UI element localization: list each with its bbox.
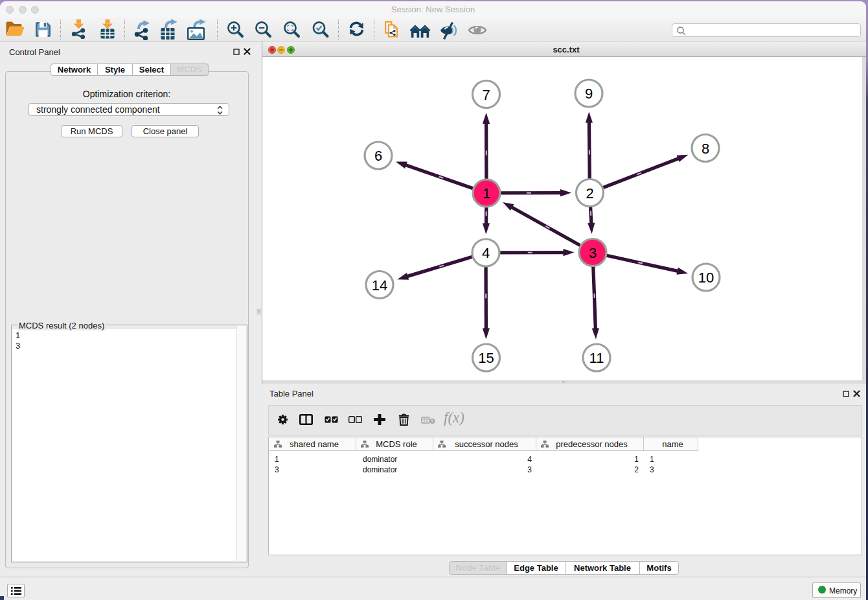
svg-text:15: 15: [478, 350, 494, 366]
svg-text:6: 6: [374, 148, 382, 164]
svg-text:4: 4: [482, 245, 490, 261]
svg-text:3: 3: [589, 245, 597, 261]
svg-text:10: 10: [698, 270, 714, 286]
svg-text:8: 8: [702, 141, 709, 157]
svg-text:7: 7: [482, 87, 490, 103]
svg-text:1: 1: [483, 185, 490, 202]
svg-text:14: 14: [372, 277, 387, 294]
svg-text:11: 11: [589, 350, 604, 366]
svg-text:9: 9: [585, 86, 593, 102]
svg-text:2: 2: [586, 185, 593, 202]
